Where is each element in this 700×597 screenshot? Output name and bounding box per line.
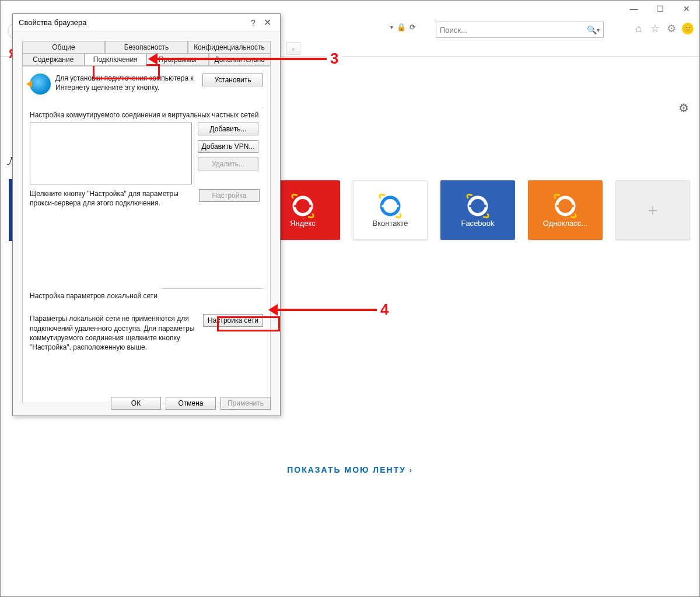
favorites-icon[interactable]: ☆	[648, 22, 662, 36]
settings-button: Настройка	[199, 189, 260, 202]
divider	[161, 288, 263, 289]
show-feed-link[interactable]: ПОКАЗАТЬ МОЮ ЛЕНТУ ›	[1, 465, 699, 474]
add-button[interactable]: Добавить...	[198, 123, 258, 135]
cancel-button[interactable]: Отмена	[166, 397, 216, 410]
page-settings-gear-icon[interactable]: ⚙	[678, 101, 689, 115]
speed-dial-tiles: Яндекс Вконтакте Facebook Однокласс... ＋	[265, 180, 690, 240]
arrow-line	[278, 309, 377, 311]
dialog-help-button[interactable]: ?	[246, 18, 260, 27]
dialog-body: Общие Безопасность Конфиденциальность Со…	[13, 32, 280, 416]
tile-label: Яндекс	[290, 219, 316, 228]
search-box[interactable]: 🔍 ▾	[436, 22, 604, 38]
arrow-head-icon	[148, 53, 158, 65]
dialog-footer: ОК Отмена Применить	[111, 397, 271, 410]
annotation-number: 3	[327, 50, 342, 68]
ok-button[interactable]: ОК	[111, 397, 161, 410]
connections-listbox[interactable]	[30, 123, 192, 184]
refresh-icon[interactable]: ⟳	[410, 23, 416, 32]
tile-label: Вконтакте	[373, 219, 408, 228]
connections-panel: Для установки подключения компьютера к И…	[22, 66, 271, 403]
arrow-head-icon	[268, 304, 278, 316]
plus-icon: ＋	[645, 199, 661, 221]
annotation-arrow-3: 3	[148, 50, 342, 68]
ie-logo-icon	[552, 193, 578, 219]
tab-content[interactable]: Содержание	[22, 53, 85, 66]
tile-add[interactable]: ＋	[615, 180, 690, 240]
arrow-line	[158, 58, 327, 60]
feed-link-label: ПОКАЗАТЬ МОЮ ЛЕНТУ	[287, 465, 406, 474]
dialog-titlebar: Свойства браузера ? ✕	[13, 14, 280, 32]
addr-dropdown-icon[interactable]: ▾	[390, 24, 393, 30]
home-icon[interactable]: ⌂	[632, 22, 646, 36]
tile-label: Facebook	[461, 219, 494, 228]
chevron-right-icon: ›	[410, 466, 413, 474]
internet-options-dialog: Свойства браузера ? ✕ Общие Безопасность…	[12, 13, 281, 416]
lan-section-title: Настройка параметров локальной сети	[30, 292, 158, 300]
address-bar-controls: ▾ 🔒 ⟳	[390, 23, 416, 32]
lan-text: Параметры локальной сети не применяются …	[30, 314, 197, 352]
globe-icon	[30, 74, 51, 95]
tile-vkontakte[interactable]: Вконтакте	[353, 180, 428, 240]
apply-button: Применить	[220, 397, 271, 410]
ie-logo-icon	[377, 193, 403, 219]
proxy-hint: Щелкните кнопку "Настройка" для параметр…	[30, 189, 193, 208]
tools-gear-icon[interactable]: ⚙	[664, 22, 678, 36]
search-icon[interactable]: 🔍	[587, 25, 597, 34]
close-window-button[interactable]: ✕	[673, 1, 699, 17]
tile-odnoklassniki[interactable]: Однокласс...	[528, 180, 603, 240]
maximize-button[interactable]: ☐	[647, 1, 673, 17]
dialog-close-button[interactable]: ✕	[260, 17, 274, 28]
dialog-title: Свойства браузера	[19, 18, 246, 27]
minimize-button[interactable]: —	[621, 1, 647, 17]
install-button[interactable]: Установить	[202, 74, 263, 86]
window-controls: — ☐ ✕	[621, 1, 699, 17]
tile-facebook[interactable]: Facebook	[440, 180, 515, 240]
delete-button: Удалить...	[198, 158, 258, 170]
annotation-number: 4	[377, 301, 392, 319]
lan-settings-button[interactable]: Настройка сети	[203, 314, 263, 327]
toolbar-right-icons: ⌂ ☆ ⚙ 🙂	[632, 22, 695, 36]
add-vpn-button[interactable]: Добавить VPN...	[198, 140, 258, 153]
install-text: Для установки подключения компьютера к И…	[55, 74, 198, 92]
tab-general[interactable]: Общие	[22, 41, 105, 53]
lock-icon: 🔒	[397, 23, 406, 32]
search-dropdown-icon[interactable]: ▾	[597, 27, 600, 33]
tile-label: Однокласс...	[543, 219, 587, 228]
search-input[interactable]	[440, 26, 587, 34]
smiley-icon[interactable]: 🙂	[681, 22, 695, 36]
tab-connections[interactable]: Подключения	[85, 53, 147, 66]
dialup-section-title: Настройка коммутируемого соединения и ви…	[30, 111, 258, 119]
annotation-arrow-4: 4	[268, 301, 392, 319]
ie-logo-icon	[290, 193, 316, 219]
ie-logo-icon	[465, 193, 491, 219]
divider	[262, 107, 263, 108]
